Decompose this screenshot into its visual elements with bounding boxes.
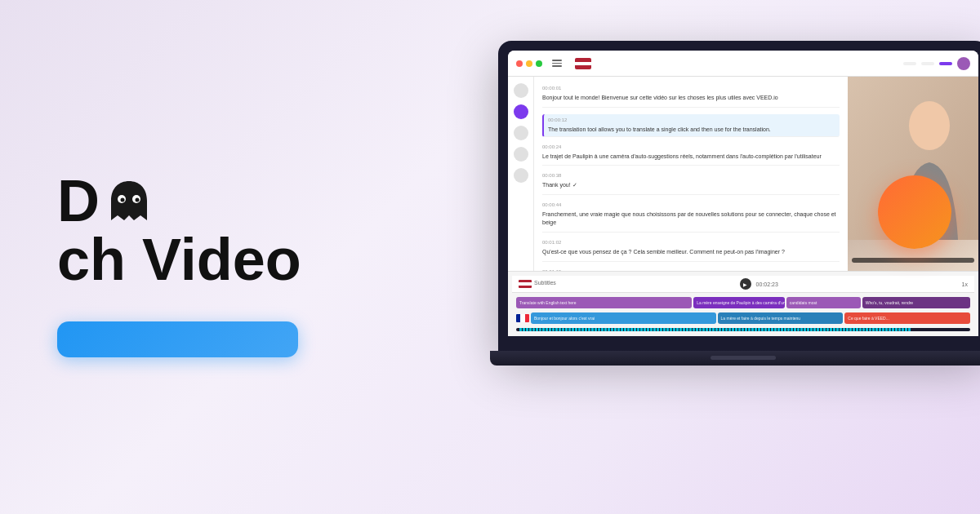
get-started-button[interactable] — [57, 321, 298, 357]
timeline-time: 00:02:23 — [756, 281, 778, 287]
maximize-dot — [536, 60, 542, 67]
subtitle-text-3: Le trajet de Paulipin à une caméra d'aut… — [542, 153, 840, 161]
subtitle-text-4: Thank you! ✓ — [542, 181, 840, 189]
subtitle-block-1: 00:00:01 Bonjour tout le monde! Bienvenu… — [542, 85, 840, 108]
sidebar-icon-3 — [514, 147, 528, 162]
svg-point-3 — [136, 198, 140, 202]
subtitle-time-4: 00:00:38 — [542, 172, 840, 179]
subtitles-panel: 00:00:01 Bonjour tout le monde! Bienvenu… — [534, 77, 848, 271]
subtitle-block-4: 00:00:38 Thank you! ✓ — [542, 172, 840, 195]
en-label: Subtitles — [534, 280, 556, 288]
subtitle-time-2: 00:00:12 — [548, 117, 835, 124]
en-track-3: candidats most — [786, 297, 861, 308]
en-track-4: Who's, tu, voudrait, rendre — [862, 297, 970, 308]
subtitle-block-2: 00:00:12 The translation tool allows you… — [542, 114, 840, 137]
subtitle-tracks: Translate with English text here La mère… — [516, 297, 970, 308]
subtitle-time-6: 00:01:02 — [542, 239, 840, 246]
subtitle-time-3: 00:00:24 — [542, 144, 840, 151]
sidebar-icon-active — [514, 104, 528, 119]
screen-topbar — [508, 51, 978, 77]
us-flag — [575, 58, 591, 69]
user-avatar — [957, 57, 970, 70]
topbar-actions — [903, 57, 970, 70]
headline-text2: ch Video — [57, 230, 301, 289]
en-subtitle-track: Translate with English text here La mère… — [516, 297, 970, 308]
fr-track-2: La mère et faire à depuis le temps maint… — [718, 312, 844, 324]
timeline-section: Subtitles ▶ 00:02:23 1x Tra — [508, 271, 978, 336]
audio-waveform: // Generate waveform bars const waveform… — [516, 328, 970, 331]
menu-icon — [552, 60, 562, 67]
fr-subtitle-track: Bonjour et bonjour alors c'est vrai La m… — [516, 312, 970, 324]
fr-track-1: Bonjour et bonjour alors c'est vrai — [531, 312, 716, 324]
panel-title — [598, 59, 897, 68]
sidebar-icon-1 — [514, 83, 528, 98]
export-button[interactable] — [939, 62, 952, 65]
laptop-base — [490, 351, 980, 366]
subtitle-text-1: Bonjour tout le monde! Bienvenue sur cet… — [542, 94, 840, 102]
tool-sidebar — [508, 77, 534, 271]
video-caption — [852, 258, 974, 263]
sidebar-icon-2 — [514, 126, 528, 140]
svg-point-2 — [121, 198, 125, 202]
subtitle-text-2: The translation tool allows you to trans… — [548, 126, 835, 134]
en-flag — [519, 280, 532, 288]
timeline-controls: Subtitles ▶ 00:02:23 1x — [512, 276, 974, 293]
fr-flag — [516, 314, 529, 322]
subtitle-block-5: 00:00:44 Franchement, une vraie magie qu… — [542, 202, 840, 233]
subtitle-flags: Subtitles — [519, 280, 556, 288]
fr-track-3: Ce que faire à VEED... — [844, 312, 970, 324]
subtitle-block-6: 00:01:02 Qu'est-ce que vous pensez de ça… — [542, 239, 840, 262]
sidebar-icon-4 — [514, 168, 528, 183]
headline-text: D — [57, 171, 100, 230]
subtitle-block-3: 00:00:24 Le trajet de Paulipin à une cam… — [542, 144, 840, 166]
subtitle-time-5: 00:00:44 — [542, 202, 840, 209]
en-track-1: Translate with English text here — [516, 297, 692, 308]
subtitle-text-6: Qu'est-ce que vous pensez de ça ? Cela s… — [542, 248, 840, 256]
ghost-icon — [103, 175, 155, 227]
window-controls — [516, 60, 542, 67]
headline: D ch Video — [57, 171, 343, 289]
play-button[interactable]: ▶ — [740, 278, 751, 290]
svg-point-6 — [909, 101, 950, 150]
left-section: D ch Video — [0, 108, 392, 406]
tools-button[interactable] — [921, 62, 934, 65]
subtitle-time-1: 00:00:01 — [542, 85, 840, 92]
episode-button[interactable] — [903, 62, 916, 65]
close-dot — [516, 60, 523, 67]
right-section: 00:00:01 Bonjour tout le monde! Bienvenu… — [392, 0, 980, 514]
speed-control: 1x — [962, 281, 968, 287]
subtitle-text-5: Franchement, une vraie magie que nous ch… — [542, 210, 840, 227]
en-track-2: La mère enseigne de Paulipin à des camér… — [693, 297, 785, 308]
translation-badge — [878, 175, 951, 249]
minimize-dot — [526, 60, 532, 67]
